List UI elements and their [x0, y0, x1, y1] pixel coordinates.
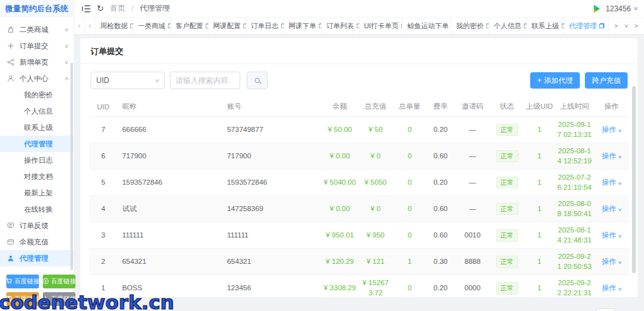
- quick-link-button[interactable]: 百度链接: [6, 292, 39, 306]
- table-scrollbar[interactable]: [632, 86, 636, 273]
- cell-action: 操作∨: [594, 143, 629, 170]
- tab-item[interactable]: 一类商城: [133, 18, 171, 34]
- account-recharge-button[interactable]: 跨户充值: [585, 72, 628, 89]
- sidebar-subitem[interactable]: 最新上架: [0, 185, 74, 201]
- sidebar-item[interactable]: 订单反馈: [0, 217, 74, 234]
- cell-online_time: 2025-08-08 18:50:41: [555, 196, 594, 222]
- tab-item[interactable]: 网课配置: [209, 18, 247, 34]
- tab-label: 订单列表: [326, 21, 354, 31]
- tab-item[interactable]: 个人信息: [489, 18, 527, 34]
- user-menu[interactable]: 123456 ∨: [590, 3, 638, 15]
- row-action-dropdown[interactable]: 操作∨: [602, 284, 621, 292]
- sidebar-scrollbar[interactable]: [70, 63, 73, 270]
- sidebar-subitem[interactable]: 在线转换: [0, 201, 74, 217]
- recharge-label: 跨户充值: [592, 76, 621, 85]
- sidebar-item[interactable]: 个人中心∨: [0, 70, 74, 87]
- cell-account: 123456: [222, 275, 322, 302]
- column-header-rate: 费率: [426, 97, 455, 117]
- breadcrumb-home[interactable]: 首页: [110, 3, 125, 14]
- tab-item[interactable]: 我的密价: [452, 18, 489, 34]
- tab-item[interactable]: 订单日志: [247, 18, 284, 34]
- topbar: ↻ 首页 / 代理管理 123456 ∨: [74, 0, 644, 18]
- username: 123456: [606, 4, 631, 13]
- search-type-select[interactable]: UID ∨: [91, 72, 165, 89]
- cell-invite_code: —: [455, 170, 490, 196]
- cell-nickname: 666666: [117, 117, 222, 143]
- sidebar-item[interactable]: 新增单页∨: [0, 54, 74, 70]
- refresh-icon[interactable]: ↻: [97, 4, 104, 13]
- tab-item[interactable]: 周检数据: [96, 18, 133, 34]
- goto-page-input[interactable]: [596, 308, 615, 311]
- cell-parent_uid: 1: [524, 170, 555, 196]
- add-agent-label: 添加代理: [544, 76, 573, 85]
- sidebar-subitem[interactable]: 对接文档: [0, 168, 74, 185]
- column-header-account: 账号: [222, 97, 322, 117]
- cell-rate: 0.20: [426, 275, 455, 302]
- cell-invite_code: —: [455, 196, 490, 222]
- open-in-new-icon[interactable]: [599, 23, 604, 28]
- row-action-dropdown[interactable]: 操作∨: [602, 126, 621, 133]
- sidebar: 微量简约后台系统 二类商城∨订单提交∨新增单页∨个人中心∨我的密价个人信息联系上…: [0, 0, 74, 311]
- quick-link-button[interactable]: 百度链接: [43, 292, 75, 306]
- chevron-down-icon: ∨: [618, 180, 622, 186]
- tabs-dropdown-icon[interactable]: ∨: [624, 23, 629, 29]
- search-button[interactable]: [247, 72, 268, 89]
- tabs-scroll-left2-icon[interactable]: ‹: [85, 18, 96, 34]
- sidebar-item[interactable]: 订单提交∨: [0, 38, 74, 54]
- cell-status: 正常: [490, 117, 524, 143]
- table-wrap: UID昵称账号余额总充值总单量费率邀请码状态上级UID上线时间操作 766666…: [80, 97, 638, 302]
- quick-link-button[interactable]: 百度链接: [43, 275, 75, 288]
- cell-parent_uid: 1: [524, 143, 555, 170]
- row-action-dropdown[interactable]: 操作∨: [602, 231, 621, 239]
- tab-item[interactable]: 订单列表: [322, 18, 360, 34]
- sidebar-subitem[interactable]: 联系上级: [0, 119, 74, 136]
- sidebar-subitem[interactable]: 个人信息: [0, 103, 74, 119]
- tabs-scroll-right-icon[interactable]: ∨: [614, 23, 619, 28]
- cell-invite_code: 8888: [455, 249, 490, 275]
- row-action-dropdown[interactable]: 操作∨: [602, 258, 621, 265]
- sidebar-item[interactable]: 代理管理: [0, 250, 74, 266]
- tab-label: 个人信息: [494, 21, 521, 31]
- cell-status: 正常: [490, 249, 524, 275]
- row-action-dropdown[interactable]: 操作∨: [602, 152, 621, 160]
- table-row: 515935728461593572846¥ 5040.00¥ 505000.2…: [89, 170, 629, 196]
- tab-item[interactable]: 代理管理×: [565, 18, 609, 34]
- tab-label: 鲸鱼运动下单: [407, 21, 448, 31]
- cell-account: 573749877: [222, 117, 322, 143]
- tab-item[interactable]: 鲸鱼运动下单: [402, 18, 452, 34]
- tab-item[interactable]: 联系上级: [527, 18, 565, 34]
- sidebar-subitem[interactable]: 代理管理: [0, 136, 74, 152]
- tab-label: 联系上级: [531, 21, 559, 31]
- cell-rate: 0.20: [426, 170, 455, 196]
- cell-action: 操作∨: [594, 249, 629, 275]
- cell-parent_uid: 1: [524, 275, 555, 302]
- cell-parent_uid: 1: [524, 117, 555, 143]
- add-agent-button[interactable]: + 添加代理: [530, 72, 580, 89]
- page-title: 订单提交: [80, 38, 638, 64]
- status-badge: 正常: [496, 177, 518, 189]
- column-header-parent_uid: 上级UID: [524, 97, 555, 117]
- cell-total_orders: 1: [393, 249, 426, 275]
- sidebar-subitem[interactable]: 操作日志: [0, 152, 74, 168]
- tab-label: 周检数据: [100, 21, 128, 31]
- collapse-menu-icon[interactable]: [82, 5, 91, 13]
- cell-total_recharge: ¥ 0: [358, 143, 393, 170]
- status-badge: 正常: [496, 124, 518, 136]
- search-input[interactable]: [170, 72, 240, 89]
- sidebar-item[interactable]: 余额充值: [0, 234, 74, 250]
- chevron-down-icon: ∨: [64, 27, 69, 33]
- chevron-down-icon: ∨: [633, 6, 638, 11]
- row-action-dropdown[interactable]: 操作∨: [602, 205, 621, 212]
- sidebar-item[interactable]: 二类商城∨: [0, 21, 74, 38]
- sidebar-subitem[interactable]: 我的密价: [0, 87, 74, 103]
- tab-item[interactable]: 网课下单: [284, 18, 322, 34]
- tabs-scroll-left-icon[interactable]: ‹: [74, 18, 85, 34]
- cell-rate: 0.20: [426, 117, 455, 143]
- tab-item[interactable]: UI打卡单页: [360, 18, 403, 34]
- chevron-down-icon: ∨: [618, 154, 622, 160]
- tabs-expand-icon[interactable]: ∨: [634, 23, 640, 28]
- tab-item[interactable]: 客户配置: [171, 18, 209, 34]
- column-header-total_recharge: 总充值: [358, 97, 393, 117]
- row-action-dropdown[interactable]: 操作∨: [602, 178, 621, 186]
- quick-link-button[interactable]: 百度链接: [6, 275, 39, 288]
